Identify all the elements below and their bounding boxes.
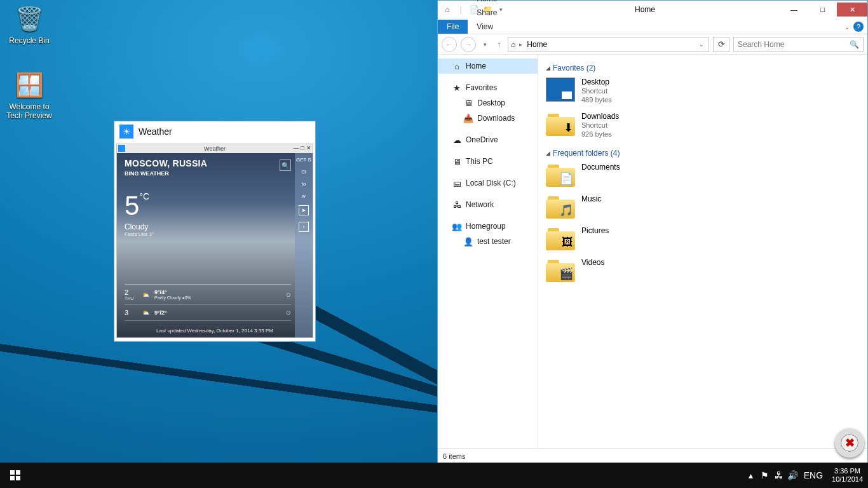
home-label: Home <box>466 62 486 71</box>
weather-feels: Feels Like 1° <box>125 231 305 237</box>
maximize-button[interactable]: □ <box>808 3 837 17</box>
weather-side-panel: GET S Cl to w ➤ › <box>295 153 313 337</box>
collapse-icon: ◢ <box>546 150 550 156</box>
address-box[interactable]: ⌂▸ Home ⌄ <box>508 37 709 52</box>
testtester-icon: 👤 <box>463 236 473 247</box>
desktop-label: Desktop <box>477 98 505 107</box>
recycle-bin-label: Recycle Bin <box>5 36 53 45</box>
localdisk-icon: 🖴 <box>452 178 462 188</box>
network-label: Network <box>466 200 494 209</box>
item-meta: DownloadsShortcut926 bytes <box>581 112 619 139</box>
system-tray[interactable]: ▴ ⚑ 🖧 🔊 ENG 3:36 PM 10/1/2014 <box>744 463 868 488</box>
homegroup-icon: 👥 <box>452 221 462 231</box>
ribbon-file-tab[interactable]: File <box>438 20 468 34</box>
svg-rect-0 <box>10 470 15 475</box>
start-button[interactable] <box>0 463 31 488</box>
weather-inner-titlebar: Weather —□✕ <box>117 144 313 153</box>
explorer-window[interactable]: ⌂ | 📄 📁 ▾ Home — □ ✕ File HomeShareView … <box>437 0 868 464</box>
onedrive-label: OneDrive <box>466 135 498 144</box>
help-icon[interactable]: ? <box>853 22 864 32</box>
tray-volume-icon[interactable]: 🔊 <box>786 463 800 488</box>
navpane-thispc[interactable]: 🖥This PC <box>438 154 538 169</box>
refresh-button[interactable]: ⟳ <box>713 37 729 52</box>
thispc-label: This PC <box>466 157 493 166</box>
desktop-icon-tech-preview[interactable]: 🪟Welcome to Tech Preview <box>5 70 53 120</box>
desktop-shortcut-icon <box>546 78 575 102</box>
item-videos[interactable]: 🎬Videos <box>546 258 698 282</box>
navpane-downloads[interactable]: 📥Downloads <box>438 111 538 126</box>
navpane-home[interactable]: ⌂Home <box>438 58 538 74</box>
weather-thumbnail[interactable]: Weather —□✕ MOSCOW, RUSSIA BING WEATHER … <box>116 144 313 338</box>
ribbon-expand-icon[interactable]: ⌄ <box>844 24 850 30</box>
weather-preview-window[interactable]: ☀ Weather Weather —□✕ MOSCOW, RUSSIA BIN… <box>114 121 316 342</box>
search-placeholder: Search Home <box>738 40 784 49</box>
breadcrumb-home[interactable]: Home <box>527 40 547 49</box>
weather-updated: Last updated Wednesday, October 1, 2014 … <box>117 328 313 334</box>
item-meta: Music <box>581 194 601 203</box>
navpane-desktop[interactable]: 🖥Desktop <box>438 95 538 111</box>
homegroup-label: Homegroup <box>466 222 506 231</box>
search-box[interactable]: Search Home 🔍 <box>733 37 864 52</box>
forecast-row: 2THU⛅9°/4°Partly Cloudy ●0%⊙ <box>125 285 291 305</box>
group-header[interactable]: ◢ Frequent folders (4) <box>546 149 860 158</box>
videos-folder-icon: 🎬 <box>546 258 575 282</box>
favorites-icon: ★ <box>452 83 462 93</box>
window-buttons: — □ ✕ <box>780 3 867 17</box>
qat-home-icon[interactable]: ⌂ <box>442 4 453 15</box>
thispc-icon: 🖥 <box>452 156 462 166</box>
navpane-homegroup[interactable]: 👥Homegroup <box>438 219 538 234</box>
nav-forward-button[interactable]: → <box>461 37 476 52</box>
ribbon-tab-share[interactable]: Share <box>468 6 506 20</box>
downloads-icon: 📥 <box>463 113 473 123</box>
item-documents[interactable]: 📄Documents <box>546 163 698 187</box>
item-downloads[interactable]: ⬇DownloadsShortcut926 bytes <box>546 112 698 139</box>
address-bar: ← → ▾ ↑ ⌂▸ Home ⌄ ⟳ Search Home 🔍 <box>438 34 867 55</box>
tray-language[interactable]: ENG <box>800 463 827 488</box>
status-item-count: 6 items <box>443 452 465 460</box>
navpane-network[interactable]: 🖧Network <box>438 197 538 212</box>
tech-preview-label: Welcome to Tech Preview <box>5 102 53 120</box>
navpane-testtester[interactable]: 👤test tester <box>438 234 538 249</box>
testtester-label: test tester <box>477 237 511 246</box>
localdisk-label: Local Disk (C:) <box>466 179 516 187</box>
item-desktop[interactable]: DesktopShortcut489 bytes <box>546 78 698 104</box>
navpane-localdisk[interactable]: 🖴Local Disk (C:) <box>438 175 538 191</box>
ribbon-tab-home[interactable]: Home <box>468 0 506 6</box>
group-header[interactable]: ◢ Favorites (2) <box>546 64 860 72</box>
content-pane[interactable]: ◢ Favorites (2)DesktopShortcut489 bytes⬇… <box>538 55 867 448</box>
item-meta: Documents <box>581 163 620 172</box>
tray-clock[interactable]: 3:36 PM 10/1/2014 <box>827 467 868 484</box>
onedrive-icon: ☁ <box>452 135 462 145</box>
nav-recent-button[interactable]: ▾ <box>480 37 490 52</box>
navpane-favorites[interactable]: ★Favorites <box>438 80 538 95</box>
address-home-icon: ⌂ <box>511 40 515 49</box>
ribbon-tabs: File HomeShareView ⌄ ? <box>438 18 867 34</box>
nav-back-button[interactable]: ← <box>442 37 457 52</box>
navigation-pane[interactable]: ⌂Home★Favorites🖥Desktop📥Downloads☁OneDri… <box>438 55 538 448</box>
taskbar[interactable]: 🔍e📁🛍☀ ▴ ⚑ 🖧 🔊 ENG 3:36 PM 10/1/2014 <box>0 463 868 488</box>
minimize-button[interactable]: — <box>780 3 808 17</box>
weather-location: MOSCOW, RUSSIA <box>125 158 305 168</box>
item-meta: Videos <box>581 258 604 267</box>
desktop-icon-recycle-bin[interactable]: 🗑️Recycle Bin <box>5 4 53 45</box>
weather-temp: 5°C <box>125 191 305 221</box>
music-folder-icon: 🎵 <box>546 194 575 219</box>
nav-up-button[interactable]: ↑ <box>494 37 504 52</box>
status-bar: 6 items <box>438 448 867 463</box>
item-music[interactable]: 🎵Music <box>546 194 698 219</box>
ribbon-tab-view[interactable]: View <box>468 20 506 34</box>
watermark-disc: ✖ <box>835 428 864 458</box>
close-button[interactable]: ✕ <box>837 3 867 17</box>
explorer-title: Home <box>510 5 780 14</box>
tray-flag-icon[interactable]: ⚑ <box>758 463 772 488</box>
address-dropdown-icon[interactable]: ⌄ <box>697 41 706 48</box>
navpane-onedrive[interactable]: ☁OneDrive <box>438 132 538 147</box>
recycle-bin-icon: 🗑️ <box>14 4 44 34</box>
weather-preview-title: ☀ Weather <box>114 121 315 142</box>
item-pictures[interactable]: 🖼Pictures <box>546 226 698 250</box>
search-icon: 🔍 <box>850 40 859 49</box>
tray-overflow-icon[interactable]: ▴ <box>744 463 758 488</box>
svg-rect-1 <box>16 470 20 475</box>
tray-network-icon[interactable]: 🖧 <box>772 463 786 488</box>
tech-preview-icon: 🪟 <box>14 70 44 100</box>
